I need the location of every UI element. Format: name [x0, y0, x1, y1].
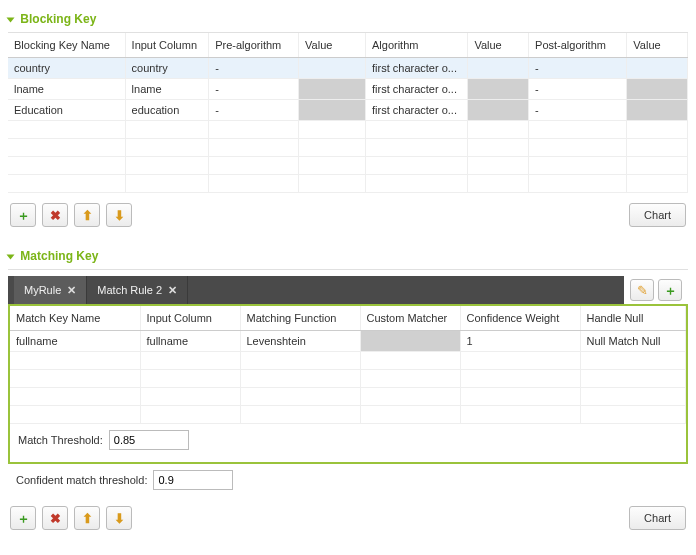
cell[interactable]: [580, 388, 686, 406]
cell[interactable]: [10, 388, 140, 406]
table-row[interactable]: [10, 370, 686, 388]
cell[interactable]: [529, 121, 627, 139]
blocking-key-header[interactable]: Blocking Key: [8, 8, 688, 33]
cell[interactable]: [8, 121, 125, 139]
cell[interactable]: [360, 388, 460, 406]
match-threshold-input[interactable]: [109, 430, 189, 450]
th-handle-null[interactable]: Handle Null: [580, 306, 686, 331]
cell[interactable]: [360, 352, 460, 370]
cell[interactable]: [460, 388, 580, 406]
th-value1[interactable]: Value: [299, 33, 366, 58]
cell[interactable]: Levenshtein: [240, 331, 360, 352]
cell[interactable]: [209, 157, 299, 175]
cell[interactable]: [360, 406, 460, 424]
cell[interactable]: 1: [460, 331, 580, 352]
cell[interactable]: education: [125, 100, 209, 121]
delete-button[interactable]: ✖: [42, 506, 68, 530]
cell[interactable]: -: [209, 100, 299, 121]
cell[interactable]: [529, 139, 627, 157]
close-icon[interactable]: ✕: [168, 284, 177, 297]
chart-button[interactable]: Chart: [629, 506, 686, 530]
table-row[interactable]: [8, 175, 688, 193]
table-row[interactable]: [8, 139, 688, 157]
cell[interactable]: -: [529, 58, 627, 79]
cell[interactable]: [360, 331, 460, 352]
table-row[interactable]: [10, 352, 686, 370]
cell[interactable]: country: [125, 58, 209, 79]
cell[interactable]: [529, 157, 627, 175]
cell[interactable]: [125, 121, 209, 139]
cell[interactable]: [580, 352, 686, 370]
cell[interactable]: [299, 100, 366, 121]
cell[interactable]: Null Match Null: [580, 331, 686, 352]
cell[interactable]: [8, 139, 125, 157]
cell[interactable]: [460, 370, 580, 388]
cell[interactable]: [468, 139, 529, 157]
th-input-column[interactable]: Input Column: [140, 306, 240, 331]
cell[interactable]: [365, 175, 467, 193]
cell[interactable]: lname: [8, 79, 125, 100]
cell[interactable]: [299, 58, 366, 79]
cell[interactable]: [240, 406, 360, 424]
move-down-button[interactable]: ⬇: [106, 203, 132, 227]
cell[interactable]: [468, 100, 529, 121]
cell[interactable]: [627, 139, 688, 157]
th-matching-function[interactable]: Matching Function: [240, 306, 360, 331]
cell[interactable]: [627, 157, 688, 175]
cell[interactable]: [460, 352, 580, 370]
cell[interactable]: fullname: [10, 331, 140, 352]
move-down-button[interactable]: ⬇: [106, 506, 132, 530]
rule-tab[interactable]: Match Rule 2✕: [87, 276, 188, 304]
cell[interactable]: [140, 370, 240, 388]
table-row[interactable]: countrycountry-first character o...-: [8, 58, 688, 79]
cell[interactable]: [468, 79, 529, 100]
cell[interactable]: lname: [125, 79, 209, 100]
cell[interactable]: [125, 157, 209, 175]
matching-key-header[interactable]: Matching Key: [8, 245, 688, 270]
add-button[interactable]: ＋: [10, 203, 36, 227]
cell[interactable]: first character o...: [365, 79, 467, 100]
cell[interactable]: [8, 175, 125, 193]
delete-button[interactable]: ✖: [42, 203, 68, 227]
th-custom-matcher[interactable]: Custom Matcher: [360, 306, 460, 331]
th-post-algorithm[interactable]: Post-algorithm: [529, 33, 627, 58]
th-value2[interactable]: Value: [468, 33, 529, 58]
table-row[interactable]: lnamelname-first character o...-: [8, 79, 688, 100]
cell[interactable]: [365, 139, 467, 157]
chart-button[interactable]: Chart: [629, 203, 686, 227]
cell[interactable]: country: [8, 58, 125, 79]
cell[interactable]: [209, 139, 299, 157]
cell[interactable]: [10, 370, 140, 388]
cell[interactable]: -: [529, 100, 627, 121]
th-blocking-name[interactable]: Blocking Key Name: [8, 33, 125, 58]
cell[interactable]: fullname: [140, 331, 240, 352]
cell[interactable]: [10, 352, 140, 370]
cell[interactable]: [365, 121, 467, 139]
cell[interactable]: [125, 175, 209, 193]
th-match-key-name[interactable]: Match Key Name: [10, 306, 140, 331]
cell[interactable]: [10, 406, 140, 424]
th-algorithm[interactable]: Algorithm: [365, 33, 467, 58]
cell[interactable]: [365, 157, 467, 175]
table-row[interactable]: Educationeducation-first character o...-: [8, 100, 688, 121]
cell[interactable]: [529, 175, 627, 193]
cell[interactable]: [580, 370, 686, 388]
cell[interactable]: -: [209, 79, 299, 100]
cell[interactable]: first character o...: [365, 100, 467, 121]
cell[interactable]: [209, 175, 299, 193]
cell[interactable]: -: [529, 79, 627, 100]
edit-rule-button[interactable]: ✎: [630, 279, 654, 301]
rule-tab[interactable]: MyRule✕: [14, 276, 87, 304]
cell[interactable]: [125, 139, 209, 157]
cell[interactable]: first character o...: [365, 58, 467, 79]
cell[interactable]: [468, 58, 529, 79]
close-icon[interactable]: ✕: [67, 284, 76, 297]
cell[interactable]: [468, 157, 529, 175]
cell[interactable]: [299, 121, 366, 139]
cell[interactable]: [299, 139, 366, 157]
add-button[interactable]: ＋: [10, 506, 36, 530]
move-up-button[interactable]: ⬆: [74, 203, 100, 227]
th-input-column[interactable]: Input Column: [125, 33, 209, 58]
cell[interactable]: [299, 175, 366, 193]
move-up-button[interactable]: ⬆: [74, 506, 100, 530]
